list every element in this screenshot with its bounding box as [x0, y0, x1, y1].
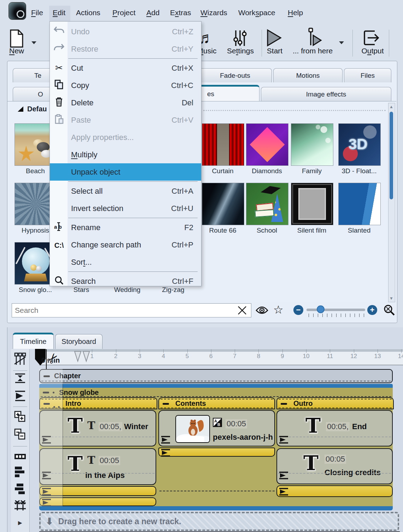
rails-icon[interactable] — [14, 499, 27, 513]
menubar-item-actions[interactable]: Actions — [76, 8, 100, 17]
new-track-dropzone[interactable]: ⬇ Drag here to create a new track. — [39, 512, 399, 531]
stagger-blocks-icon[interactable] — [14, 481, 27, 496]
menu-item-multiply[interactable]: Multiply — [50, 146, 201, 163]
scrollbar-thumb[interactable] — [390, 112, 393, 199]
template-label: 3D - Float... — [334, 167, 384, 175]
menu-item-paste[interactable]: PasteCtrl+V — [50, 111, 201, 129]
ruler-number: 4 — [162, 353, 165, 360]
template-thumb-family[interactable] — [291, 123, 333, 166]
menubar-item-extras[interactable]: Extras — [170, 8, 191, 17]
zoom-out-objects-icon[interactable] — [14, 428, 27, 442]
timeline-item-end[interactable]: T 00:05, End — [276, 410, 393, 446]
menu-item-copy[interactable]: CopyCtrl+C — [50, 77, 201, 94]
group-header-label[interactable]: Defau — [27, 105, 47, 113]
menu-item-apply-properties[interactable]: Apply properties... — [50, 129, 201, 146]
toolbox-tab-fade-outs[interactable]: Fade-outs — [198, 68, 272, 82]
start-button-label: Start — [262, 47, 287, 55]
track-manager-icon[interactable] — [14, 352, 27, 366]
timeline-item-pexels[interactable]: AB 00:05 pexels-aaron-j-h — [158, 410, 275, 446]
menubar-item-add[interactable]: Add — [146, 8, 159, 17]
new-dropdown-caret[interactable] — [31, 40, 37, 46]
menu-item-invert-selection[interactable]: Invert selectionCtrl+U — [50, 200, 201, 217]
text-object-icon: T — [305, 414, 321, 438]
play-dropdown-caret[interactable] — [339, 40, 344, 46]
zoom-in-objects-icon[interactable] — [14, 410, 27, 424]
zoom-tick — [322, 314, 323, 317]
template-thumb-route-66[interactable] — [202, 183, 244, 225]
collapse-minus-icon[interactable] — [281, 403, 287, 405]
flag-tool-icon[interactable] — [14, 390, 27, 404]
menu-item-unpack-object[interactable]: Unpack object — [50, 163, 201, 181]
expand-arrow-icon[interactable]: ▶ — [18, 520, 22, 526]
svg-text:A: A — [214, 419, 217, 423]
menu-item-restore[interactable]: RestoreCtrl+Y — [50, 40, 201, 58]
template-thumb-diamonds[interactable] — [246, 123, 288, 166]
menubar-item-workspace[interactable]: Workspace — [238, 8, 275, 17]
template-label: Curtain — [198, 167, 247, 175]
group-expand-triangle[interactable] — [17, 106, 24, 113]
toolbox-scrollbar[interactable]: ▲ ▼ — [388, 103, 395, 302]
zoom-slider-thumb[interactable] — [317, 305, 325, 313]
item-duration: 00:05 — [226, 419, 247, 428]
item-duration: 00:05, — [326, 422, 350, 431]
filmstrip-view-icon[interactable] — [14, 450, 27, 464]
timeline-tab-storyboard[interactable]: Storyboard — [55, 334, 103, 349]
toolbar-separator — [389, 30, 389, 57]
toolbox-tab-es[interactable]: es — [198, 85, 259, 101]
item-name: Closing credits — [325, 468, 381, 477]
scroll-down-icon[interactable]: ▼ — [389, 296, 393, 301]
menu-item-shortcut: Ctrl+P — [171, 240, 193, 250]
template-thumb-school[interactable] — [246, 183, 288, 225]
template-thumb-silent-film[interactable] — [291, 183, 333, 225]
scroll-up-icon[interactable]: ▲ — [389, 104, 393, 109]
collapse-minus-icon[interactable] — [163, 403, 169, 405]
group-track-outro[interactable]: Outro — [276, 397, 394, 409]
menubar-item-project[interactable]: Project — [112, 8, 135, 17]
zoom-fit-icon[interactable] — [383, 304, 396, 318]
zoom-in-button[interactable]: + — [367, 305, 377, 315]
search-input[interactable] — [12, 303, 251, 317]
svg-text:B: B — [217, 422, 220, 427]
menu-item-sort[interactable]: Sort... — [50, 253, 201, 271]
template-thumb-slanted[interactable] — [338, 183, 381, 225]
menu-item-rename[interactable]: a bRenameF2 — [50, 219, 201, 236]
menu-item-search[interactable]: SearchCtrl+F — [50, 273, 201, 290]
toolbox-tab-files[interactable]: Files — [344, 68, 391, 82]
clear-search-icon[interactable] — [237, 305, 247, 317]
snow-globe-track[interactable]: Snow globe — [39, 388, 393, 397]
menu-item-cut[interactable]: ✂CutCtrl+X — [50, 59, 201, 77]
closing-substrip[interactable] — [276, 485, 393, 497]
menu-item-change-search-path[interactable]: C:\Change search pathCtrl+P — [50, 236, 201, 253]
group-label: Contents — [175, 399, 206, 408]
animation-flag-icon — [279, 487, 289, 496]
template-thumb-curtain[interactable] — [202, 123, 244, 166]
menu-item-delete[interactable]: DeleteDel — [50, 94, 201, 111]
timeline-panel: TimelineStoryboard ▶ 1234567891011121314… — [7, 327, 403, 532]
timeline-tab-timeline[interactable]: Timeline — [13, 333, 54, 349]
menubar-item-file[interactable]: File — [31, 8, 43, 17]
timeline-item-closing[interactable]: T 00:05 Closing credits — [276, 448, 393, 484]
favorites-star-icon[interactable]: ☆ — [273, 303, 284, 316]
menubar-item-edit[interactable]: Edit — [53, 8, 65, 17]
menubar-item-wizards[interactable]: Wizards — [200, 8, 227, 17]
search-icon — [53, 276, 65, 287]
menubar-item-help[interactable]: Help — [288, 8, 303, 17]
menu-item-shortcut: Ctrl+V — [171, 116, 193, 125]
toolbox-tab-image-effects[interactable]: Image effects — [261, 87, 391, 101]
contents-substrip[interactable] — [158, 448, 275, 457]
template-thumb-3d-float[interactable]: 3D — [338, 123, 381, 166]
ruler-number: 2 — [114, 353, 117, 360]
group-track-contents[interactable]: Contents — [158, 397, 275, 409]
menu-item-undo[interactable]: UndoCtrl+Z — [50, 23, 201, 40]
zoom-out-button[interactable]: − — [293, 305, 303, 315]
zoom-slider-track[interactable] — [306, 309, 365, 311]
eye-icon[interactable] — [256, 306, 268, 316]
item-name: in the Alps — [85, 471, 125, 480]
chapter-track[interactable]: Chapter — [39, 369, 393, 383]
toolbox-tab-motions[interactable]: Motions — [273, 68, 343, 82]
menu-item-select-all[interactable]: Select allCtrl+A — [50, 182, 201, 200]
squirrel-thumbnail — [175, 415, 210, 443]
collapse-objects-icon[interactable] — [14, 372, 27, 386]
ruler-tick — [163, 349, 164, 353]
arrange-blocks-icon[interactable] — [14, 464, 27, 479]
